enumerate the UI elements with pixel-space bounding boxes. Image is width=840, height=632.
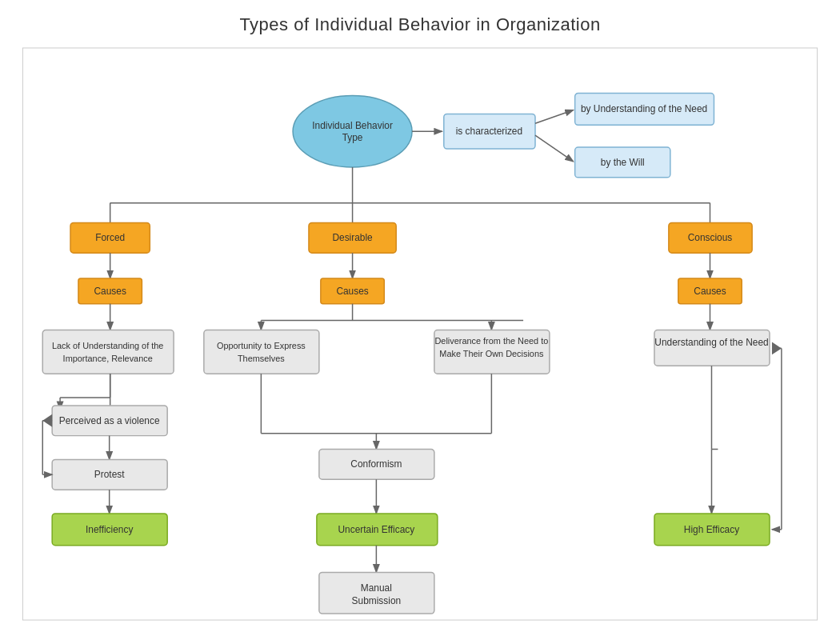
protest-label: Protest <box>94 469 125 480</box>
individual-behavior-type-label2: Type <box>342 132 363 143</box>
diagram-area: Individual Behavior Type is characterize… <box>16 44 824 624</box>
inefficiency-label: Inefficiency <box>86 524 133 535</box>
desirable-label: Desirable <box>332 232 373 243</box>
page: Types of Individual Behavior in Organiza… <box>0 0 840 632</box>
lack-understanding-label2: Importance, Relevance <box>63 354 153 363</box>
lack-understanding-label1: Lack of Understanding of the <box>52 341 163 350</box>
individual-behavior-type-label: Individual Behavior <box>312 120 393 131</box>
conscious-label: Conscious <box>688 232 733 243</box>
causes3-label: Causes <box>694 286 726 297</box>
opportunity-label2: Themselves <box>238 354 285 363</box>
perceived-label: Perceived as a violence <box>59 415 160 426</box>
lack-understanding-node <box>42 330 174 374</box>
manual-submission-label1: Manual <box>361 582 392 594</box>
opportunity-node <box>204 330 319 374</box>
deliverance-label2: Make Their Own Decisions <box>439 349 544 358</box>
arrow-char-understanding <box>535 110 574 123</box>
manual-submission-label2: Submission <box>352 595 402 606</box>
forced-label: Forced <box>95 232 125 243</box>
causes1-label: Causes <box>94 286 126 297</box>
understanding-need-label1: Understanding of the Need <box>654 337 768 348</box>
conformism-label: Conformism <box>350 458 402 470</box>
high-efficacy-label: High Efficacy <box>684 524 739 535</box>
uncertain-efficacy-label: Uncertain Efficacy <box>338 524 415 535</box>
page-title: Types of Individual Behavior in Organiza… <box>0 0 840 35</box>
opportunity-label1: Opportunity to Express <box>217 341 306 350</box>
by-will-label: by the Will <box>601 157 645 168</box>
deliverance-label1: Deliverance from the Need to <box>434 336 548 346</box>
by-understanding-label: by Understanding of the Need <box>581 103 707 114</box>
causes2-label: Causes <box>336 286 368 297</box>
is-characterized-label: is characterized <box>456 126 522 137</box>
arrow-char-will <box>535 135 574 162</box>
